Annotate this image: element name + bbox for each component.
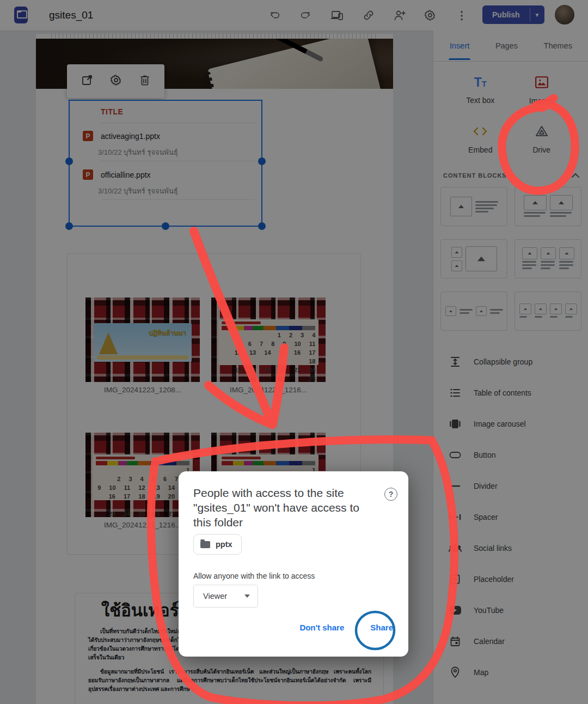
share-button[interactable]: Share: [370, 623, 393, 632]
folder-chip[interactable]: pptx: [193, 534, 242, 555]
help-icon[interactable]: ?: [384, 488, 397, 501]
folder-icon: [200, 541, 210, 548]
google-sites-editor: gsites_01 ⋮ Publish ▼: [0, 0, 588, 704]
drive-share-dialog: People with access to the site "gsites_0…: [179, 471, 408, 657]
dialog-title: People with access to the site "gsites_0…: [193, 485, 365, 530]
access-level-select[interactable]: Viewer: [193, 585, 258, 608]
chevron-down-icon: [244, 594, 250, 598]
access-level-value: Viewer: [203, 592, 227, 600]
folder-chip-label: pptx: [216, 540, 232, 549]
dont-share-button[interactable]: Don't share: [299, 623, 344, 632]
allow-access-label: Allow anyone with the link to access: [193, 572, 315, 580]
dialog-actions: Don't share Share: [299, 623, 393, 632]
